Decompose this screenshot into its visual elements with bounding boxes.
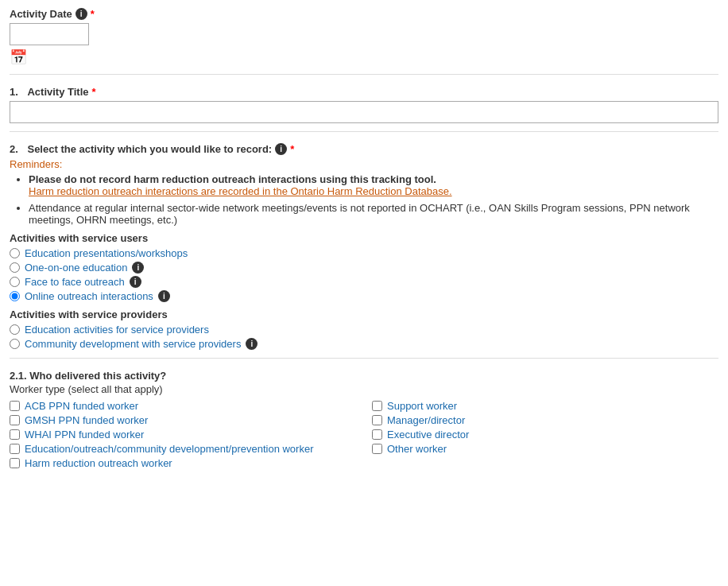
checkbox-edu-outreach: Education/outreach/community development…	[10, 443, 356, 455]
checkbox-gmsh-ppn: GMSH PPN funded worker	[10, 414, 356, 426]
radio-face-to-face: Face to face outreach i	[10, 276, 718, 288]
radio-online-outreach-label[interactable]: Online outreach interactions	[25, 290, 153, 302]
activities-service-providers-group: Activities with service providers Educat…	[10, 309, 718, 350]
one-on-one-info-icon[interactable]: i	[132, 262, 144, 274]
activity-date-required: *	[91, 8, 95, 20]
radio-community-dev: Community development with service provi…	[10, 338, 718, 350]
activity-title-number: 1.	[10, 86, 18, 98]
activity-date-info-icon[interactable]: i	[76, 8, 87, 20]
reminder-1-link[interactable]: Harm reduction outreach interactions are…	[29, 185, 452, 197]
activity-title-text: Activity Title	[27, 86, 88, 98]
radio-face-to-face-label[interactable]: Face to face outreach	[25, 276, 125, 288]
divider-1	[10, 74, 718, 75]
radio-edu-activities-input[interactable]	[10, 324, 20, 335]
reminders-block: Reminders: Please do not record harm red…	[10, 158, 718, 226]
checkbox-executive-director-label[interactable]: Executive director	[387, 429, 469, 440]
select-activity-info-icon[interactable]: i	[275, 143, 287, 155]
checkbox-other-worker-label[interactable]: Other worker	[387, 443, 447, 455]
checkbox-executive-director-input[interactable]	[372, 429, 382, 440]
who-delivered-number: 2.1.	[10, 370, 27, 382]
reminder-item-2: Attendance at regular internal sector-wi…	[29, 202, 718, 226]
who-delivered-title: 2.1. Who delivered this activity?	[10, 370, 718, 382]
activity-title-section: 1. Activity Title *	[10, 86, 718, 123]
radio-face-to-face-input[interactable]	[10, 277, 20, 287]
activity-title-label: 1. Activity Title *	[10, 86, 718, 98]
select-activity-required: *	[290, 143, 294, 155]
checkbox-acb-ppn-label[interactable]: ACB PPN funded worker	[25, 400, 138, 412]
checkbox-harm-reduction: Harm reduction outreach worker	[10, 457, 356, 469]
checkbox-whai-ppn-input[interactable]	[10, 429, 20, 440]
face-to-face-info-icon[interactable]: i	[130, 276, 141, 288]
reminders-label: Reminders:	[10, 158, 718, 170]
checkbox-other-worker: Other worker	[372, 443, 718, 455]
radio-edu-presentations-input[interactable]	[10, 248, 20, 258]
checkbox-executive-director: Executive director	[372, 429, 718, 440]
activity-date-section: Activity Date i * 📅	[10, 8, 718, 66]
radio-edu-activities-label[interactable]: Education activities for service provide…	[25, 324, 209, 336]
checkbox-manager-director-label[interactable]: Manager/director	[387, 414, 465, 426]
activities-service-users-group: Activities with service users Education …	[10, 232, 718, 302]
activity-title-required: *	[92, 86, 96, 98]
checkbox-gmsh-ppn-label[interactable]: GMSH PPN funded worker	[25, 414, 148, 426]
reminder-list: Please do not record harm reduction outr…	[10, 173, 718, 226]
online-outreach-info-icon[interactable]: i	[158, 290, 170, 302]
radio-one-on-one: One-on-one education i	[10, 262, 718, 274]
activity-title-input[interactable]	[10, 101, 718, 123]
select-activity-text: Select the activity which you would like…	[27, 143, 272, 155]
checkbox-manager-director: Manager/director	[372, 414, 718, 426]
checkbox-edu-outreach-label[interactable]: Education/outreach/community development…	[25, 443, 313, 455]
checkbox-harm-reduction-label[interactable]: Harm reduction outreach worker	[25, 457, 172, 469]
select-activity-number: 2.	[10, 143, 18, 155]
who-delivered-section: 2.1. Who delivered this activity? Worker…	[10, 370, 718, 472]
radio-edu-presentations-label[interactable]: Education presentations/workshops	[25, 247, 188, 259]
radio-edu-activities: Education activities for service provide…	[10, 324, 718, 336]
worker-type-left-column: ACB PPN funded worker GMSH PPN funded wo…	[10, 400, 356, 472]
reminder-item-1: Please do not record harm reduction outr…	[29, 173, 718, 197]
reminder-1-bold: Please do not record harm reduction outr…	[29, 173, 436, 185]
activity-date-text: Activity Date	[10, 8, 72, 20]
radio-community-dev-label[interactable]: Community development with service provi…	[25, 338, 241, 350]
activity-date-input[interactable]	[10, 23, 89, 45]
checkbox-whai-ppn: WHAI PPN funded worker	[10, 429, 356, 440]
worker-type-right-column: Support worker Manager/director Executiv…	[372, 400, 718, 472]
checkbox-support-worker-label[interactable]: Support worker	[387, 400, 457, 412]
checkbox-whai-ppn-label[interactable]: WHAI PPN funded worker	[25, 429, 144, 440]
radio-community-dev-input[interactable]	[10, 339, 20, 349]
divider-2	[10, 131, 718, 132]
select-activity-label: 2. Select the activity which you would l…	[10, 143, 718, 155]
divider-3	[10, 358, 718, 359]
checkbox-gmsh-ppn-input[interactable]	[10, 415, 20, 425]
checkbox-other-worker-input[interactable]	[372, 444, 382, 454]
service-providers-group-header: Activities with service providers	[10, 309, 718, 320]
radio-online-outreach: Online outreach interactions i	[10, 290, 718, 302]
worker-type-subtitle: Worker type (select all that apply)	[10, 383, 718, 395]
who-delivered-label: Who delivered this activity?	[29, 370, 166, 382]
activity-date-label: Activity Date i *	[10, 8, 718, 20]
radio-online-outreach-input[interactable]	[10, 291, 20, 301]
checkbox-edu-outreach-input[interactable]	[10, 444, 20, 454]
service-users-group-header: Activities with service users	[10, 232, 718, 244]
checkbox-acb-ppn: ACB PPN funded worker	[10, 400, 356, 412]
calendar-icon[interactable]: 📅	[10, 49, 27, 66]
community-dev-info-icon[interactable]: i	[246, 338, 258, 350]
checkbox-support-worker-input[interactable]	[372, 401, 382, 411]
reminder-2-text: Attendance at regular internal sector-wi…	[29, 202, 690, 226]
checkbox-support-worker: Support worker	[372, 400, 718, 412]
checkbox-harm-reduction-input[interactable]	[10, 458, 20, 468]
radio-edu-presentations: Education presentations/workshops	[10, 247, 718, 259]
radio-one-on-one-label[interactable]: One-on-one education	[25, 262, 127, 274]
worker-type-columns: ACB PPN funded worker GMSH PPN funded wo…	[10, 400, 718, 472]
select-activity-section: 2. Select the activity which you would l…	[10, 143, 718, 350]
checkbox-acb-ppn-input[interactable]	[10, 401, 20, 411]
radio-one-on-one-input[interactable]	[10, 262, 20, 273]
checkbox-manager-director-input[interactable]	[372, 415, 382, 425]
